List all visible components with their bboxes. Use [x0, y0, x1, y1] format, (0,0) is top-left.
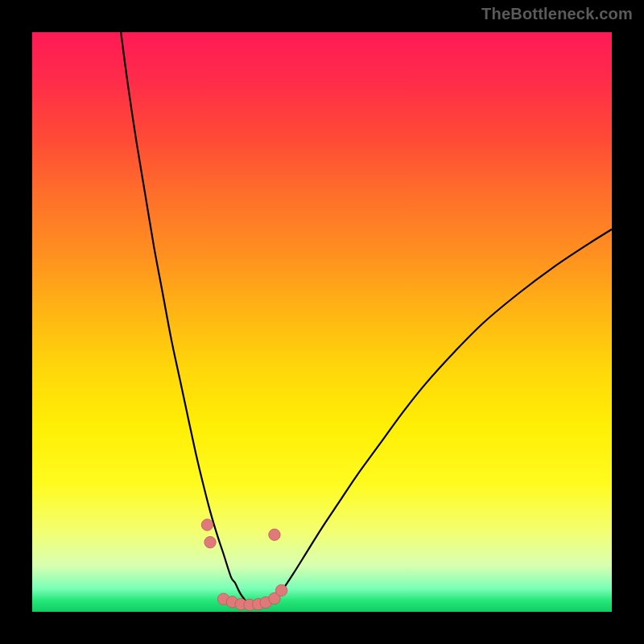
marker-group	[201, 519, 287, 611]
right-curve	[273, 229, 612, 603]
chart-frame: TheBottleneck.com	[0, 0, 644, 644]
left-curve	[121, 32, 250, 606]
data-marker	[269, 529, 280, 540]
data-marker	[204, 536, 216, 547]
data-marker	[275, 584, 287, 596]
data-marker	[201, 519, 213, 530]
watermark-text: TheBottleneck.com	[481, 5, 633, 23]
curve-layer	[32, 32, 612, 612]
